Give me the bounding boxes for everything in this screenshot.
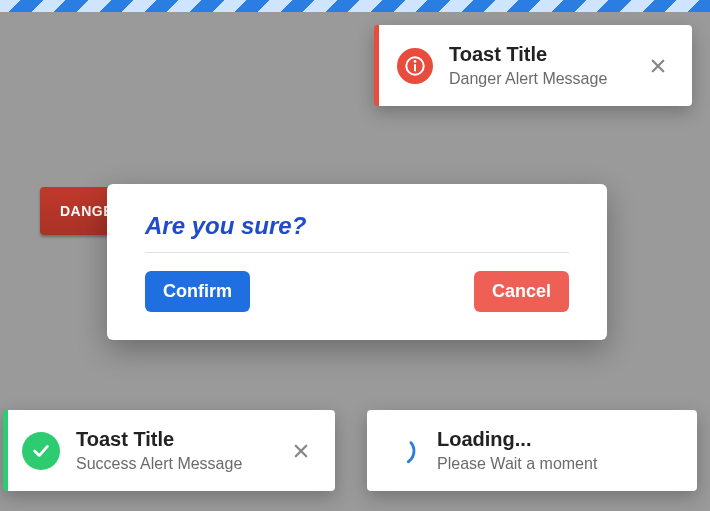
window-top-stripe [0, 0, 710, 12]
toast-loading-title: Loading... [437, 428, 677, 451]
toast-danger: Toast Title Danger Alert Message [374, 25, 692, 106]
svg-point-7 [383, 433, 419, 469]
close-icon[interactable] [644, 52, 672, 80]
cancel-button[interactable]: Cancel [474, 271, 569, 312]
info-icon [397, 48, 433, 84]
check-icon [22, 432, 60, 470]
toast-loading-message: Please Wait a moment [437, 455, 677, 473]
modal-title: Are you sure? [145, 212, 569, 240]
toast-loading: Loading... Please Wait a moment [367, 410, 697, 491]
spinner-icon [383, 433, 419, 469]
toast-success: Toast Title Success Alert Message [3, 410, 335, 491]
toast-danger-message: Danger Alert Message [449, 70, 636, 88]
divider [145, 252, 569, 253]
confirm-button[interactable]: Confirm [145, 271, 250, 312]
toast-danger-title: Toast Title [449, 43, 636, 66]
close-icon[interactable] [287, 437, 315, 465]
toast-success-message: Success Alert Message [76, 455, 279, 473]
confirm-modal: Are you sure? Confirm Cancel [107, 184, 607, 340]
toast-success-title: Toast Title [76, 428, 279, 451]
